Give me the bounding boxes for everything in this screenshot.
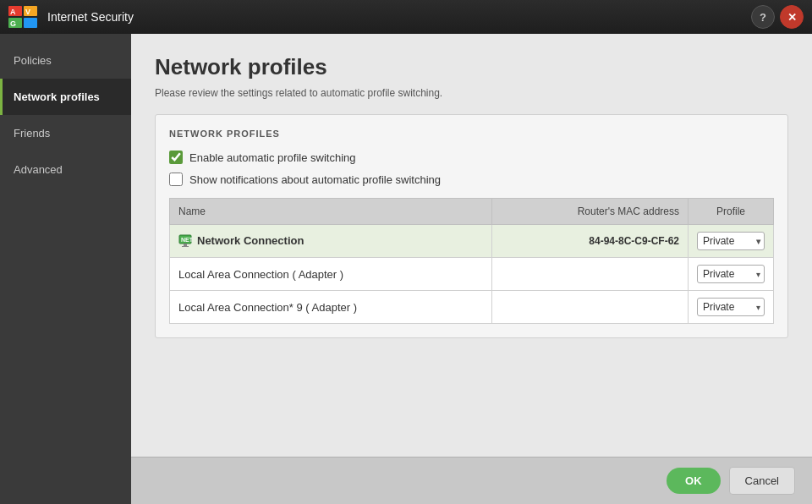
profile-dropdown[interactable]: PrivatePublicTrusted bbox=[697, 232, 765, 250]
svg-text:NET: NET bbox=[181, 237, 192, 243]
sidebar-item-friends[interactable]: Friends bbox=[0, 115, 131, 151]
ok-button[interactable]: OK bbox=[667, 468, 721, 494]
sidebar: Policies Network profiles Friends Advanc… bbox=[0, 34, 131, 504]
app-logo: A V G bbox=[8, 6, 39, 28]
connection-name-text: Network Connection bbox=[197, 234, 304, 247]
auto-switching-label: Enable automatic profile switching bbox=[189, 151, 356, 164]
table-row: Local Area Connection* 9 ( Adapter )Priv… bbox=[170, 291, 774, 324]
col-profile: Profile bbox=[689, 199, 774, 225]
auto-switching-checkbox[interactable] bbox=[169, 151, 183, 164]
connection-name-cell: Local Area Connection ( Adapter ) bbox=[170, 258, 492, 291]
profiles-table: Name Router's MAC address Profile NETNet… bbox=[169, 198, 774, 324]
help-button[interactable]: ? bbox=[751, 5, 775, 29]
profile-select-wrapper: PrivatePublicTrusted bbox=[697, 298, 765, 316]
sidebar-item-network-profiles[interactable]: Network profiles bbox=[0, 79, 131, 115]
col-mac: Router's MAC address bbox=[491, 199, 688, 225]
svg-text:G: G bbox=[10, 19, 16, 28]
mac-address-cell: 84-94-8C-C9-CF-62 bbox=[491, 225, 688, 258]
svg-rect-9 bbox=[182, 246, 189, 247]
col-name: Name bbox=[170, 199, 492, 225]
page-subtitle: Please review the settings related to au… bbox=[155, 87, 788, 99]
table-row: Local Area Connection ( Adapter )Private… bbox=[170, 258, 774, 291]
sidebar-item-advanced[interactable]: Advanced bbox=[0, 151, 131, 188]
auto-switching-row: Enable automatic profile switching bbox=[169, 151, 774, 164]
footer: OK Cancel bbox=[131, 457, 812, 504]
profile-dropdown[interactable]: PrivatePublicTrusted bbox=[697, 298, 765, 316]
notification-row: Show notifications about automatic profi… bbox=[169, 173, 774, 186]
svg-rect-8 bbox=[184, 244, 187, 246]
svg-text:V: V bbox=[25, 8, 30, 16]
title-bar: A V G Internet Security ? ✕ bbox=[0, 0, 812, 34]
content-area: Network profiles Please review the setti… bbox=[131, 34, 812, 504]
profile-select-wrapper: PrivatePublicTrusted bbox=[697, 265, 765, 283]
page-title: Network profiles bbox=[155, 54, 788, 80]
close-button[interactable]: ✕ bbox=[780, 5, 804, 29]
svg-text:A: A bbox=[10, 8, 16, 16]
profile-cell[interactable]: PrivatePublicTrusted bbox=[689, 291, 774, 324]
network-profiles-panel: NETWORK PROFILES Enable automatic profil… bbox=[155, 114, 788, 338]
svg-rect-3 bbox=[24, 18, 37, 28]
connection-name-text: Local Area Connection* 9 ( Adapter ) bbox=[178, 301, 357, 314]
notification-checkbox[interactable] bbox=[169, 173, 183, 186]
notification-label: Show notifications about automatic profi… bbox=[189, 173, 441, 186]
main-layout: Policies Network profiles Friends Advanc… bbox=[0, 34, 812, 504]
profile-dropdown[interactable]: PrivatePublicTrusted bbox=[697, 265, 765, 283]
window-controls: ? ✕ bbox=[751, 5, 804, 29]
app-title: Internet Security bbox=[47, 10, 134, 24]
connection-name-cell: NETNetwork Connection bbox=[170, 225, 492, 258]
profile-cell[interactable]: PrivatePublicTrusted bbox=[689, 225, 774, 258]
mac-address-cell bbox=[491, 258, 688, 291]
connection-name-text: Local Area Connection ( Adapter ) bbox=[178, 268, 343, 281]
panel-heading: NETWORK PROFILES bbox=[169, 129, 774, 139]
network-connection-icon: NET bbox=[178, 234, 197, 247]
connection-name-cell: Local Area Connection* 9 ( Adapter ) bbox=[170, 291, 492, 324]
mac-address-cell bbox=[491, 291, 688, 324]
profile-select-wrapper: PrivatePublicTrusted bbox=[697, 232, 765, 250]
cancel-button[interactable]: Cancel bbox=[729, 467, 795, 495]
sidebar-item-policies[interactable]: Policies bbox=[0, 42, 131, 79]
profile-cell[interactable]: PrivatePublicTrusted bbox=[689, 258, 774, 291]
table-row: NETNetwork Connection84-94-8C-C9-CF-62Pr… bbox=[170, 225, 774, 258]
